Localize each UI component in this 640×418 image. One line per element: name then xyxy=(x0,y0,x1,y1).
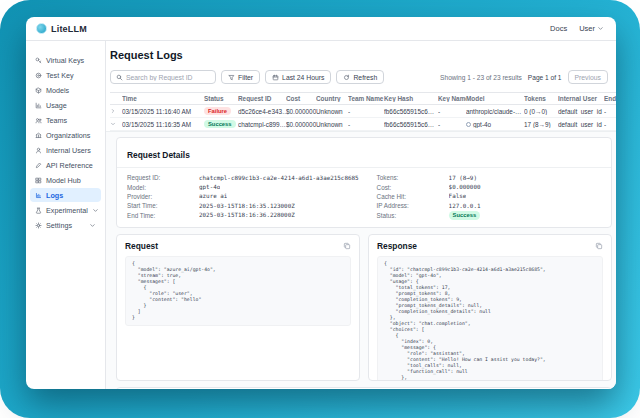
table-row[interactable]: 03/15/2025 11:16:40 AM Failure d5c26ce4-… xyxy=(110,105,616,118)
col-header-model: Model xyxy=(466,95,524,102)
time-range-button[interactable]: Last 24 Hours xyxy=(265,70,331,84)
cell-model: anthropic/claude-… xyxy=(466,108,524,115)
expand-row-button[interactable] xyxy=(110,108,122,115)
chevron-down-icon xyxy=(110,121,116,127)
sidebar-item-label: Logs xyxy=(46,191,63,200)
cell-status: Failure xyxy=(204,107,238,116)
sidebar-item-label: Internal Users xyxy=(46,146,91,155)
detail-field: End Time:2025-03-15T18:16:36.228000Z xyxy=(127,211,359,220)
logs-icon xyxy=(35,192,42,199)
sidebar-item-settings[interactable]: Settings xyxy=(30,218,101,232)
settings-gear-icon xyxy=(35,222,42,229)
docs-link[interactable]: Docs xyxy=(550,24,567,33)
cell-cost: $0.000000 xyxy=(286,121,316,128)
filter-button-label: Filter xyxy=(238,74,253,81)
detail-field: Cache Hit:False xyxy=(377,192,601,201)
col-header-time: Time xyxy=(122,95,204,102)
collapse-row-button[interactable] xyxy=(110,121,122,128)
sidebar-item-teams[interactable]: Teams xyxy=(30,113,101,127)
user-menu-label: User xyxy=(579,24,595,33)
request-logs-table: Time Status Request ID Cost Country Team… xyxy=(110,92,616,131)
search-input[interactable] xyxy=(126,74,210,81)
usage-chart-icon xyxy=(35,102,42,109)
copy-icon[interactable] xyxy=(343,242,351,250)
detail-label: Request ID: xyxy=(127,174,199,181)
sidebar-item-models[interactable]: Models xyxy=(30,83,101,97)
request-response-row: Request { "model": "azure_ai/gpt-4o", "s… xyxy=(116,234,612,381)
litellm-logo: LiteLLM xyxy=(36,23,87,34)
cell-key-name: - xyxy=(438,121,466,128)
previous-page-button[interactable]: Previous xyxy=(568,70,608,84)
col-header-country: Country xyxy=(316,95,348,102)
sidebar-item-experimental[interactable]: Experimental xyxy=(30,203,101,217)
detail-value: 2025-03-15T18:16:36.228000Z xyxy=(199,212,295,218)
copy-icon[interactable] xyxy=(595,242,603,250)
sidebar-item-internal-users[interactable]: Internal Users xyxy=(30,143,101,157)
cell-status: Success xyxy=(204,120,238,129)
filter-funnel-icon xyxy=(228,74,235,81)
detail-value: 17 (8→9) xyxy=(449,175,477,181)
cell-country: Unknown xyxy=(316,121,348,128)
metadata-card: Metadata xyxy=(116,387,612,389)
filter-button[interactable]: Filter xyxy=(221,70,260,84)
sidebar-item-logs[interactable]: Logs xyxy=(30,188,101,202)
sidebar-item-label: Models xyxy=(46,86,69,95)
sidebar-item-organizations[interactable]: Organizations xyxy=(30,128,101,142)
cell-key-hash: fb66c565915c6… xyxy=(384,108,438,115)
sidebar-item-label: Settings xyxy=(46,221,72,230)
detail-value: chatcmpl-c899c1b3-ca2e-4214-a6d1-a3ae215… xyxy=(199,175,359,181)
test-key-icon xyxy=(35,72,42,79)
model-name: anthropic/claude-… xyxy=(466,108,521,115)
sidebar-item-label: Usage xyxy=(46,101,67,110)
sidebar-item-model-hub[interactable]: Model Hub xyxy=(30,173,101,187)
col-header-end-user: End User xyxy=(604,95,616,102)
litellm-window: LiteLLM Docs User Virtual Keys Test Key … xyxy=(26,17,616,389)
models-icon xyxy=(35,87,42,94)
cell-end-user: - xyxy=(604,121,616,128)
col-header-key-name: Key Name xyxy=(438,95,466,102)
results-count: Showing 1 - 23 of 23 results xyxy=(440,74,522,81)
chevron-down-icon xyxy=(92,207,99,214)
cell-end-user: - xyxy=(604,108,616,115)
detail-value: 127.0.0.1 xyxy=(449,203,481,209)
detail-field: Tokens:17 (8→9) xyxy=(377,173,601,182)
col-header-tokens: Tokens xyxy=(524,95,558,102)
user-menu[interactable]: User xyxy=(579,24,604,33)
chevron-down-icon xyxy=(89,222,96,229)
table-row-expanded[interactable]: 03/15/2025 11:16:35 AM Success chatcmpl-… xyxy=(110,118,616,131)
refresh-button[interactable]: Refresh xyxy=(336,70,384,84)
detail-field: IP Address:127.0.0.1 xyxy=(377,201,601,210)
cell-time: 03/15/2025 11:16:35 AM xyxy=(122,121,204,128)
details-right-column: Tokens:17 (8→9) Cost:$0.000000 Cache Hit… xyxy=(377,173,601,220)
cell-model: gpt-4o xyxy=(466,121,524,128)
detail-label: Model: xyxy=(127,184,199,191)
cell-tokens: 0 (0→0) xyxy=(524,108,558,115)
cell-team-name: - xyxy=(348,121,384,128)
col-header-request-id: Request ID xyxy=(238,95,286,102)
request-details-card: Request Details Request ID:chatcmpl-c899… xyxy=(116,137,612,228)
cell-time: 03/15/2025 11:16:40 AM xyxy=(122,108,204,115)
detail-field: Start Time:2025-03-15T18:16:35.123000Z xyxy=(127,201,359,210)
body-row: Virtual Keys Test Key Models Usage Teams… xyxy=(26,41,616,389)
col-header-cost: Cost xyxy=(286,95,316,102)
key-icon xyxy=(35,57,42,64)
sidebar-item-api-reference[interactable]: API Reference xyxy=(30,158,101,172)
expanded-row-details: Request Details Request ID:chatcmpl-c899… xyxy=(106,131,616,389)
detail-label: Provider: xyxy=(127,193,199,200)
sidebar-item-virtual-keys[interactable]: Virtual Keys xyxy=(30,53,101,67)
refresh-button-label: Refresh xyxy=(353,74,377,81)
search-icon xyxy=(116,74,123,81)
detail-label: IP Address: xyxy=(377,202,449,209)
sidebar-item-test-key[interactable]: Test Key xyxy=(30,68,101,82)
request-card: Request { "model": "azure_ai/gpt-4o", "s… xyxy=(116,234,360,381)
sidebar-item-label: Test Key xyxy=(46,71,74,80)
detail-field: Cost:$0.000000 xyxy=(377,182,601,191)
experimental-flask-icon xyxy=(35,207,42,214)
detail-value: 2025-03-15T18:16:35.123000Z xyxy=(199,203,295,209)
search-box[interactable] xyxy=(110,70,216,84)
pagination: Showing 1 - 23 of 23 results Page 1 of 1… xyxy=(440,70,612,84)
response-card: Response { "id": "chatcmpl-c899c1b3-ca2e… xyxy=(368,234,612,381)
cell-internal-user: default_user_id xyxy=(558,108,604,115)
sidebar-item-usage[interactable]: Usage xyxy=(30,98,101,112)
sidebar-item-label: Organizations xyxy=(46,131,90,140)
